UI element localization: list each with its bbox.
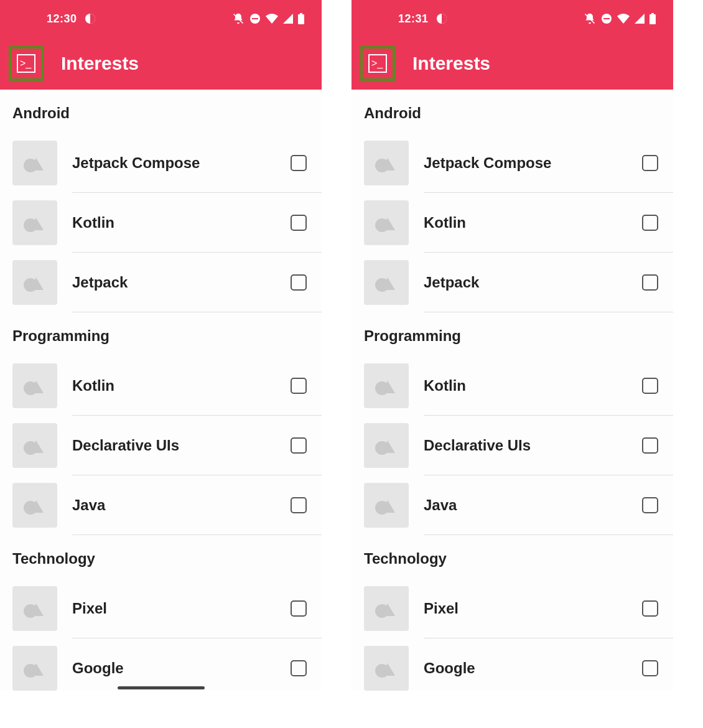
checkbox[interactable] (291, 274, 307, 291)
placeholder-image-icon (12, 646, 57, 691)
item-label: Jetpack (424, 274, 642, 291)
section-header: Android (364, 90, 673, 133)
notifications-off-icon (584, 12, 596, 25)
section-header: Android (12, 90, 322, 133)
notifications-off-icon (232, 12, 244, 25)
list-item[interactable]: Jetpack (364, 253, 673, 312)
checkbox[interactable] (642, 497, 658, 513)
placeholder-image-icon (12, 483, 57, 528)
item-label: Java (72, 497, 291, 514)
svg-rect-19 (651, 13, 654, 14)
battery-icon (649, 13, 656, 24)
placeholder-image-icon (364, 586, 409, 631)
wifi-icon (617, 14, 630, 24)
list-item[interactable]: Pixel (364, 579, 673, 638)
nav-drawer-button[interactable]: >_ (360, 46, 395, 81)
list-item[interactable]: Kotlin (364, 356, 673, 416)
placeholder-image-icon (364, 363, 409, 408)
profile-status-icon (85, 13, 96, 24)
signal-icon (635, 14, 645, 24)
status-time: 12:31 (398, 12, 429, 26)
section-header: Programming (12, 312, 322, 356)
list-item[interactable]: Pixel (12, 579, 322, 638)
status-time: 12:30 (47, 12, 77, 26)
phone-screen-right: 12:31 >_ Interests (352, 0, 673, 691)
placeholder-image-icon (364, 483, 409, 528)
list-item[interactable]: Declarative UIs (364, 416, 673, 475)
item-label: Java (424, 497, 642, 514)
placeholder-image-icon (12, 200, 57, 245)
nav-handle[interactable] (118, 686, 205, 689)
page-title: Interests (61, 53, 139, 74)
nav-drawer-button[interactable]: >_ (9, 46, 44, 81)
checkbox[interactable] (642, 437, 658, 454)
placeholder-image-icon (364, 200, 409, 245)
placeholder-image-icon (12, 363, 57, 408)
item-label: Declarative UIs (424, 437, 642, 454)
item-label: Google (424, 660, 642, 677)
item-label: Pixel (72, 600, 291, 617)
list-item[interactable]: Declarative UIs (12, 416, 322, 475)
item-label: Kotlin (424, 377, 642, 394)
dnd-icon (601, 13, 612, 24)
item-label: Kotlin (72, 214, 291, 231)
section-header: Technology (364, 535, 673, 579)
list-item[interactable]: Google (12, 638, 322, 691)
placeholder-image-icon (364, 141, 409, 185)
checkbox[interactable] (291, 378, 307, 394)
battery-icon (298, 13, 304, 24)
placeholder-image-icon (364, 646, 409, 691)
checkbox[interactable] (642, 600, 658, 617)
app-bar: >_ Interests (352, 37, 673, 90)
svg-rect-18 (649, 14, 656, 24)
placeholder-image-icon (364, 423, 409, 468)
terminal-icon: >_ (368, 54, 387, 73)
placeholder-image-icon (364, 260, 409, 305)
checkbox[interactable] (291, 215, 307, 231)
checkbox[interactable] (642, 274, 658, 291)
svg-rect-4 (298, 14, 304, 24)
list-item[interactable]: Jetpack (12, 253, 322, 312)
page-title: Interests (412, 53, 490, 74)
app-bar: >_ Interests (0, 37, 322, 90)
item-label: Jetpack Compose (72, 154, 291, 172)
list-item[interactable]: Jetpack Compose (12, 133, 322, 193)
svg-rect-5 (300, 13, 302, 14)
item-label: Kotlin (72, 377, 291, 394)
item-label: Pixel (424, 600, 642, 617)
checkbox[interactable] (642, 215, 658, 231)
list-item[interactable]: Kotlin (12, 193, 322, 253)
placeholder-image-icon (12, 260, 57, 305)
content-scroll[interactable]: Android Jetpack Compose Kotlin Jetpack P… (0, 90, 322, 691)
section-header: Programming (364, 312, 673, 356)
checkbox[interactable] (642, 660, 658, 676)
profile-status-icon (436, 13, 447, 24)
checkbox[interactable] (642, 155, 658, 171)
list-item[interactable]: Java (364, 475, 673, 535)
dnd-icon (249, 13, 261, 24)
checkbox[interactable] (291, 600, 307, 617)
checkbox[interactable] (642, 378, 658, 394)
svg-rect-17 (603, 18, 610, 19)
content-scroll[interactable]: Android Jetpack Compose Kotlin Jetpack P… (352, 90, 673, 691)
item-label: Kotlin (424, 214, 642, 231)
placeholder-image-icon (12, 586, 57, 631)
item-label: Declarative UIs (72, 437, 291, 454)
placeholder-image-icon (12, 423, 57, 468)
list-item[interactable]: Java (12, 475, 322, 535)
list-item[interactable]: Google (364, 638, 673, 691)
terminal-icon: >_ (17, 54, 35, 73)
placeholder-image-icon (12, 141, 57, 185)
checkbox[interactable] (291, 497, 307, 513)
checkbox[interactable] (291, 660, 307, 676)
status-bar: 12:30 (0, 0, 322, 37)
list-item[interactable]: Kotlin (364, 193, 673, 253)
signal-icon (283, 14, 293, 24)
checkbox[interactable] (291, 155, 307, 171)
checkbox[interactable] (291, 437, 307, 454)
list-item[interactable]: Kotlin (12, 356, 322, 416)
section-header: Technology (12, 535, 322, 579)
svg-rect-3 (252, 18, 258, 19)
list-item[interactable]: Jetpack Compose (364, 133, 673, 193)
item-label: Google (72, 660, 291, 677)
